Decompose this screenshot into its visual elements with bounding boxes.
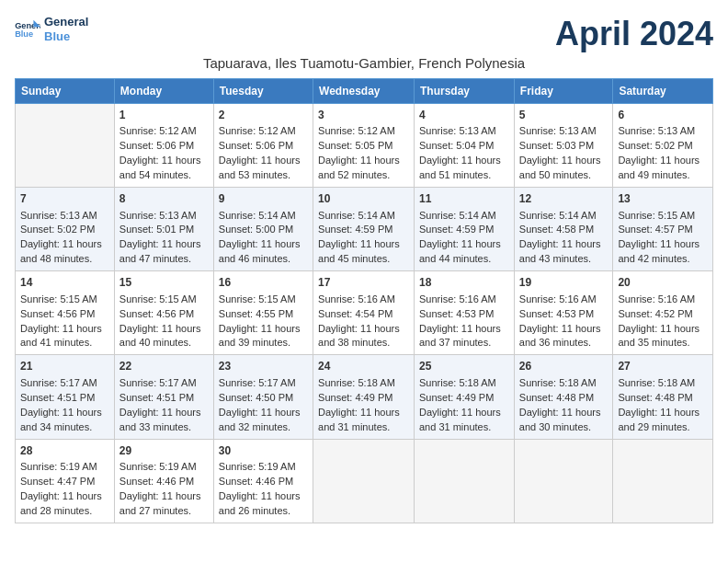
sunrise-text: Sunrise: 5:12 AM — [219, 124, 308, 139]
day-number: 17 — [318, 275, 409, 291]
day-number: 25 — [419, 359, 509, 374]
col-header-friday: Friday — [514, 79, 613, 104]
sunset-text: Sunset: 5:02 PM — [618, 139, 708, 154]
col-header-tuesday: Tuesday — [213, 79, 313, 104]
calendar-cell: 19Sunrise: 5:16 AMSunset: 4:53 PMDayligh… — [514, 271, 613, 355]
day-number: 16 — [219, 275, 308, 291]
sunrise-text: Sunrise: 5:17 AM — [119, 376, 209, 391]
logo-blue: Blue — [44, 29, 88, 44]
calendar-cell: 26Sunrise: 5:18 AMSunset: 4:48 PMDayligh… — [514, 355, 613, 439]
day-number: 21 — [20, 359, 109, 374]
sunrise-text: Sunrise: 5:15 AM — [618, 209, 708, 224]
sunset-text: Sunset: 4:56 PM — [20, 307, 109, 322]
daylight-text: Daylight: 11 hours and 35 minutes. — [618, 322, 708, 351]
sunset-text: Sunset: 5:03 PM — [519, 139, 609, 154]
day-number: 7 — [20, 191, 109, 207]
day-number: 22 — [119, 359, 209, 374]
daylight-text: Daylight: 11 hours and 33 minutes. — [119, 406, 209, 435]
calendar-cell: 1Sunrise: 5:12 AMSunset: 5:06 PMDaylight… — [114, 104, 213, 188]
calendar-cell: 27Sunrise: 5:18 AMSunset: 4:48 PMDayligh… — [613, 355, 713, 439]
day-number: 19 — [519, 275, 609, 291]
sunrise-text: Sunrise: 5:14 AM — [419, 209, 509, 224]
logo-general: General — [44, 15, 88, 29]
day-number: 11 — [419, 191, 509, 207]
calendar-cell: 25Sunrise: 5:18 AMSunset: 4:49 PMDayligh… — [415, 355, 515, 439]
sunrise-text: Sunrise: 5:16 AM — [318, 293, 409, 307]
daylight-text: Daylight: 11 hours and 51 minutes. — [419, 154, 509, 183]
calendar-cell: 29Sunrise: 5:19 AMSunset: 4:46 PMDayligh… — [114, 439, 213, 523]
sunrise-text: Sunrise: 5:19 AM — [219, 460, 308, 475]
daylight-text: Daylight: 11 hours and 38 minutes. — [318, 322, 409, 351]
daylight-text: Daylight: 11 hours and 36 minutes. — [519, 322, 609, 351]
sunset-text: Sunset: 4:54 PM — [318, 307, 409, 322]
day-number: 1 — [119, 108, 209, 123]
sunrise-text: Sunrise: 5:13 AM — [519, 124, 609, 139]
calendar-cell — [415, 439, 515, 523]
sunrise-text: Sunrise: 5:13 AM — [20, 209, 109, 224]
svg-text:Blue: Blue — [15, 29, 33, 39]
day-number: 10 — [318, 191, 409, 207]
sunset-text: Sunset: 4:53 PM — [519, 307, 609, 322]
sunrise-text: Sunrise: 5:19 AM — [20, 460, 109, 475]
daylight-text: Daylight: 11 hours and 27 minutes. — [119, 489, 209, 519]
day-number: 30 — [219, 443, 308, 459]
sunset-text: Sunset: 5:06 PM — [219, 139, 308, 154]
sunrise-text: Sunrise: 5:18 AM — [419, 376, 509, 391]
calendar-cell: 2Sunrise: 5:12 AMSunset: 5:06 PMDaylight… — [213, 104, 313, 188]
daylight-text: Daylight: 11 hours and 42 minutes. — [618, 237, 708, 267]
day-number: 26 — [519, 359, 609, 374]
logo: General Blue General Blue — [15, 15, 88, 43]
month-title: April 2024 — [555, 15, 713, 53]
daylight-text: Daylight: 11 hours and 31 minutes. — [419, 406, 509, 435]
calendar-cell: 17Sunrise: 5:16 AMSunset: 4:54 PMDayligh… — [313, 271, 415, 355]
calendar-cell: 4Sunrise: 5:13 AMSunset: 5:04 PMDaylight… — [415, 104, 515, 188]
calendar-cell: 23Sunrise: 5:17 AMSunset: 4:50 PMDayligh… — [213, 355, 313, 439]
calendar-cell: 7Sunrise: 5:13 AMSunset: 5:02 PMDaylight… — [16, 188, 115, 271]
calendar-cell: 3Sunrise: 5:12 AMSunset: 5:05 PMDaylight… — [313, 104, 415, 188]
sunrise-text: Sunrise: 5:16 AM — [419, 293, 509, 307]
daylight-text: Daylight: 11 hours and 46 minutes. — [219, 237, 308, 267]
daylight-text: Daylight: 11 hours and 32 minutes. — [219, 406, 308, 435]
daylight-text: Daylight: 11 hours and 30 minutes. — [519, 406, 609, 435]
daylight-text: Daylight: 11 hours and 49 minutes. — [618, 154, 708, 183]
sunrise-text: Sunrise: 5:18 AM — [618, 376, 708, 391]
calendar-cell: 6Sunrise: 5:13 AMSunset: 5:02 PMDaylight… — [613, 104, 713, 188]
daylight-text: Daylight: 11 hours and 41 minutes. — [20, 322, 109, 351]
daylight-text: Daylight: 11 hours and 52 minutes. — [318, 154, 409, 183]
daylight-text: Daylight: 11 hours and 43 minutes. — [519, 237, 609, 267]
sunset-text: Sunset: 4:50 PM — [219, 391, 308, 406]
daylight-text: Daylight: 11 hours and 28 minutes. — [20, 489, 109, 519]
day-number: 2 — [219, 108, 308, 123]
day-number: 23 — [219, 359, 308, 374]
daylight-text: Daylight: 11 hours and 37 minutes. — [419, 322, 509, 351]
sunrise-text: Sunrise: 5:13 AM — [119, 209, 209, 224]
calendar-cell: 10Sunrise: 5:14 AMSunset: 4:59 PMDayligh… — [313, 188, 415, 271]
calendar-cell: 16Sunrise: 5:15 AMSunset: 4:55 PMDayligh… — [213, 271, 313, 355]
day-number: 9 — [219, 191, 308, 207]
calendar-cell: 30Sunrise: 5:19 AMSunset: 4:46 PMDayligh… — [213, 439, 313, 523]
col-header-thursday: Thursday — [415, 79, 515, 104]
day-number: 8 — [119, 191, 209, 207]
sunset-text: Sunset: 5:01 PM — [119, 223, 209, 237]
calendar-cell: 15Sunrise: 5:15 AMSunset: 4:56 PMDayligh… — [114, 271, 213, 355]
calendar-cell: 8Sunrise: 5:13 AMSunset: 5:01 PMDaylight… — [114, 188, 213, 271]
calendar-cell: 9Sunrise: 5:14 AMSunset: 5:00 PMDaylight… — [213, 188, 313, 271]
calendar-cell — [514, 439, 613, 523]
col-header-monday: Monday — [114, 79, 213, 104]
sunset-text: Sunset: 4:46 PM — [119, 475, 209, 489]
sunset-text: Sunset: 4:55 PM — [219, 307, 308, 322]
daylight-text: Daylight: 11 hours and 29 minutes. — [618, 406, 708, 435]
sunset-text: Sunset: 4:59 PM — [318, 223, 409, 237]
sunset-text: Sunset: 5:05 PM — [318, 139, 409, 154]
sunset-text: Sunset: 4:48 PM — [618, 391, 708, 406]
sunrise-text: Sunrise: 5:18 AM — [519, 376, 609, 391]
sunset-text: Sunset: 4:47 PM — [20, 475, 109, 489]
daylight-text: Daylight: 11 hours and 44 minutes. — [419, 237, 509, 267]
calendar-cell — [613, 439, 713, 523]
logo-icon: General Blue — [15, 18, 40, 40]
calendar-cell — [313, 439, 415, 523]
daylight-text: Daylight: 11 hours and 50 minutes. — [519, 154, 609, 183]
daylight-text: Daylight: 11 hours and 48 minutes. — [20, 237, 109, 267]
sunset-text: Sunset: 4:57 PM — [618, 223, 708, 237]
calendar-cell: 13Sunrise: 5:15 AMSunset: 4:57 PMDayligh… — [613, 188, 713, 271]
